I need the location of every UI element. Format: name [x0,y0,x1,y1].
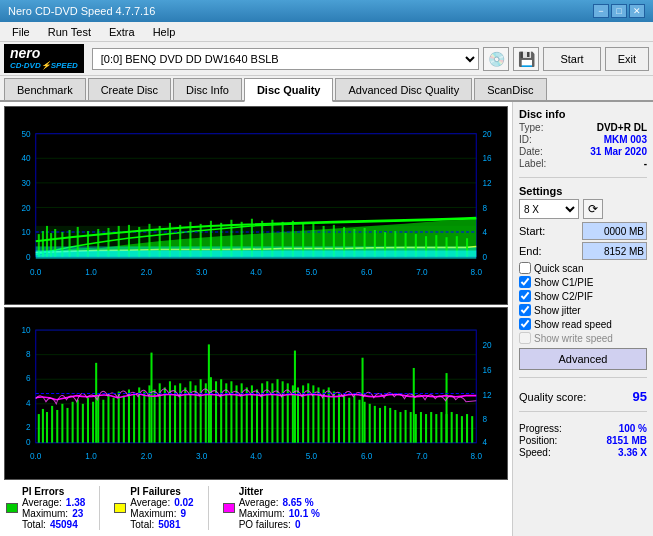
svg-rect-166 [338,393,340,442]
svg-rect-124 [123,395,125,442]
svg-rect-111 [56,410,58,443]
chart2-svg: 0 2 4 6 8 10 4 8 12 16 20 0.0 1.0 2.0 3.… [5,308,507,479]
svg-rect-199 [446,373,448,443]
disc-icon-btn[interactable]: 💿 [483,47,509,71]
show-c2pif-checkbox[interactable] [519,290,531,302]
svg-rect-117 [87,398,89,443]
speed-select[interactable]: 8 X [519,199,579,219]
pi-failures-color [114,503,126,513]
svg-text:16: 16 [482,154,492,163]
show-jitter-checkbox[interactable] [519,304,531,316]
tab-disc-quality[interactable]: Disc Quality [244,78,334,102]
svg-text:3.0: 3.0 [196,452,208,461]
show-read-speed-checkbox[interactable] [519,318,531,330]
svg-rect-150 [256,389,258,442]
svg-text:20: 20 [482,130,492,139]
menu-help[interactable]: Help [145,24,184,40]
settings-section: Settings 8 X ⟳ Start: End: Quick scan [519,185,647,370]
drive-select[interactable]: [0:0] BENQ DVD DD DW1640 BSLB [92,48,480,70]
svg-rect-112 [61,404,63,443]
end-mb-input[interactable] [582,242,647,260]
start-button[interactable]: Start [543,47,600,71]
svg-rect-173 [374,406,376,443]
jitter-data: Jitter Average: 8.65 % Maximum: 10.1 % P… [239,486,320,530]
tab-scan-disc[interactable]: ScanDisc [474,78,546,100]
svg-text:6.0: 6.0 [361,452,373,461]
svg-rect-160 [307,383,309,442]
svg-rect-141 [210,377,212,443]
svg-text:1.0: 1.0 [85,452,97,461]
svg-rect-191 [466,414,468,443]
start-mb-input[interactable] [582,222,647,240]
svg-text:30: 30 [22,179,32,188]
svg-rect-196 [294,350,296,442]
svg-rect-179 [405,410,407,443]
svg-rect-126 [133,393,135,442]
svg-text:10: 10 [22,326,32,335]
menu-file[interactable]: File [4,24,38,40]
svg-text:20: 20 [482,341,492,350]
exit-button[interactable]: Exit [605,47,649,71]
show-c1pie-checkbox[interactable] [519,276,531,288]
pi-errors-color [6,503,18,513]
nero-logo: nero CD·DVD⚡SPEED [4,44,84,72]
svg-rect-176 [389,408,391,443]
svg-rect-139 [200,379,202,443]
close-button[interactable]: ✕ [629,4,645,18]
end-mb-row: End: [519,242,647,260]
svg-text:2: 2 [26,423,31,432]
svg-text:2.0: 2.0 [141,268,153,277]
disc-type-row: Type: DVD+R DL [519,122,647,133]
title-bar-title: Nero CD-DVD Speed 4.7.7.16 [8,5,155,17]
minimize-button[interactable]: − [593,4,609,18]
svg-rect-137 [189,381,191,442]
svg-rect-140 [205,383,207,442]
toolbar: nero CD·DVD⚡SPEED [0:0] BENQ DVD DD DW16… [0,42,653,76]
svg-rect-170 [358,400,360,443]
title-bar: Nero CD-DVD Speed 4.7.7.16 − □ ✕ [0,0,653,22]
svg-rect-128 [143,391,145,442]
svg-rect-168 [348,398,350,443]
svg-text:4: 4 [482,228,487,237]
svg-text:0.0: 0.0 [30,452,42,461]
menu-run-test[interactable]: Run Test [40,24,99,40]
svg-rect-0 [5,123,507,287]
quick-scan-checkbox[interactable] [519,262,531,274]
svg-rect-188 [451,412,453,443]
advanced-button[interactable]: Advanced [519,348,647,370]
svg-rect-154 [276,379,278,443]
svg-rect-193 [95,363,97,443]
tab-advanced-disc-quality[interactable]: Advanced Disc Quality [335,78,472,100]
refresh-button[interactable]: ⟳ [583,199,603,219]
maximize-button[interactable]: □ [611,4,627,18]
save-icon-btn[interactable]: 💾 [513,47,539,71]
chart2-container: 0 2 4 6 8 10 4 8 12 16 20 0.0 1.0 2.0 3.… [4,307,508,480]
show-read-speed-row: Show read speed [519,318,647,330]
svg-rect-181 [415,414,417,443]
svg-rect-107 [38,414,40,443]
tab-benchmark[interactable]: Benchmark [4,78,86,100]
menu-extra[interactable]: Extra [101,24,143,40]
show-write-speed-checkbox[interactable] [519,332,531,344]
charts-area: 0 10 20 30 40 50 0 4 8 12 16 20 0.0 1.0 … [0,102,513,536]
disc-label-row: Label: - [519,158,647,169]
svg-rect-169 [353,395,355,442]
svg-rect-171 [364,402,366,443]
svg-rect-198 [413,368,415,443]
svg-rect-174 [379,408,381,443]
svg-rect-108 [42,409,44,443]
svg-text:8.0: 8.0 [471,268,483,277]
svg-text:6.0: 6.0 [361,268,373,277]
svg-rect-123 [118,391,120,442]
svg-rect-172 [369,404,371,443]
tab-disc-info[interactable]: Disc Info [173,78,242,100]
tab-create-disc[interactable]: Create Disc [88,78,171,100]
svg-text:2.0: 2.0 [141,452,153,461]
jitter-stat: Jitter Average: 8.65 % Maximum: 10.1 % P… [223,486,320,530]
svg-rect-184 [430,412,432,443]
svg-text:20: 20 [22,204,32,213]
show-c1pie-row: Show C1/PIE [519,276,647,288]
main-content: 0 10 20 30 40 50 0 4 8 12 16 20 0.0 1.0 … [0,102,653,536]
svg-text:8.0: 8.0 [471,452,483,461]
svg-text:5.0: 5.0 [306,268,318,277]
